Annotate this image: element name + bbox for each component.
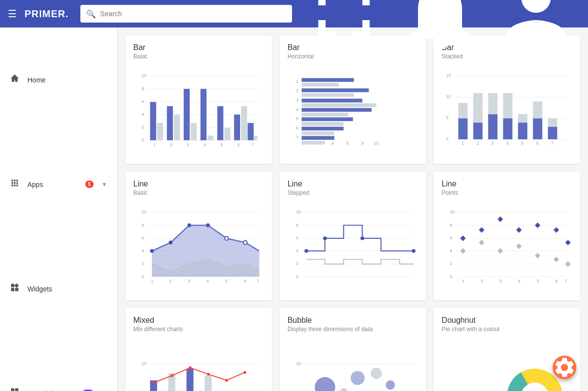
svg-text:2: 2 xyxy=(142,125,144,130)
svg-text:2: 2 xyxy=(477,141,479,146)
hamburger-icon[interactable]: ☰ xyxy=(8,8,17,20)
svg-text:1: 1 xyxy=(462,279,465,284)
chart-svg-bar-horizontal: 0 2 4 6 8 10 1 2 3 4 5 6 7 xyxy=(288,66,418,154)
svg-rect-17 xyxy=(191,123,196,140)
svg-rect-24 xyxy=(247,123,253,140)
chart-title-mixed: Mixed xyxy=(133,316,264,325)
svg-rect-20 xyxy=(217,106,223,140)
chart-title-line-basic: Line xyxy=(133,180,264,188)
chart-card-bubble: Bubble Display three dimensions of data … xyxy=(280,308,426,391)
svg-point-175 xyxy=(207,373,210,376)
svg-rect-80 xyxy=(548,127,557,139)
svg-rect-14 xyxy=(167,106,173,140)
chart-subtitle-line-basic: Basic xyxy=(133,189,264,196)
home-icon xyxy=(10,34,20,125)
widgets-icon xyxy=(10,243,20,334)
svg-marker-154 xyxy=(516,243,522,249)
apps-badge: 5 xyxy=(85,181,94,188)
svg-rect-56 xyxy=(301,127,343,130)
svg-rect-77 xyxy=(518,114,528,123)
sidebar-item-material[interactable]: Material 10 ▼ xyxy=(0,341,117,391)
sidebar-label-material: Material xyxy=(27,390,74,391)
svg-rect-70 xyxy=(473,123,483,139)
svg-rect-25 xyxy=(254,135,258,140)
svg-text:7: 7 xyxy=(296,135,298,140)
svg-text:6: 6 xyxy=(237,142,240,147)
svg-rect-71 xyxy=(473,93,483,123)
svg-rect-54 xyxy=(301,117,353,121)
svg-point-107 xyxy=(244,241,247,245)
svg-text:10: 10 xyxy=(450,209,455,214)
svg-text:4: 4 xyxy=(331,141,334,146)
svg-text:10: 10 xyxy=(142,361,147,366)
sidebar-label-apps: Apps xyxy=(27,181,77,188)
svg-rect-12 xyxy=(150,102,156,140)
chart-svg-mixed: 10 xyxy=(133,339,264,391)
svg-point-106 xyxy=(225,236,229,240)
user-button[interactable] xyxy=(492,0,580,59)
svg-point-102 xyxy=(150,249,154,253)
svg-text:10: 10 xyxy=(446,94,451,99)
svg-marker-147 xyxy=(516,227,522,233)
svg-rect-22 xyxy=(234,115,240,140)
chart-svg-bubble: 15 xyxy=(288,339,418,391)
svg-marker-148 xyxy=(535,222,540,228)
svg-rect-76 xyxy=(518,123,528,139)
svg-rect-55 xyxy=(301,122,343,126)
svg-rect-48 xyxy=(301,88,368,92)
svg-text:2: 2 xyxy=(296,88,298,93)
svg-rect-52 xyxy=(301,108,371,112)
search-input[interactable] xyxy=(100,10,286,18)
svg-rect-72 xyxy=(489,114,498,139)
svg-text:0: 0 xyxy=(446,136,449,141)
sidebar-item-home[interactable]: Home xyxy=(0,27,117,132)
svg-text:1: 1 xyxy=(462,141,464,146)
svg-text:3: 3 xyxy=(499,279,502,284)
svg-text:8: 8 xyxy=(361,141,364,146)
svg-text:2: 2 xyxy=(296,261,298,266)
sidebar-item-apps[interactable]: Apps 5 ▼ xyxy=(0,132,117,236)
chart-card-line-stepped: Line Stepped 10 8 6 4 2 0 xyxy=(280,172,426,300)
chart-card-line-basic: Line Basic 10 8 6 4 2 0 xyxy=(125,172,272,300)
svg-text:4: 4 xyxy=(518,279,521,284)
svg-rect-50 xyxy=(301,99,362,103)
chart-svg-line-stepped: 10 8 6 4 2 0 xyxy=(288,202,418,290)
svg-text:5: 5 xyxy=(220,142,223,147)
svg-text:0: 0 xyxy=(450,274,452,279)
header-actions: 5 xyxy=(300,0,580,59)
svg-text:6: 6 xyxy=(296,235,298,240)
svg-text:6: 6 xyxy=(346,141,349,146)
chart-subtitle-bar-basic: Basic xyxy=(133,53,264,60)
svg-marker-156 xyxy=(554,257,559,262)
svg-rect-78 xyxy=(533,118,542,139)
svg-text:7: 7 xyxy=(565,279,567,284)
svg-point-176 xyxy=(225,379,228,382)
svg-point-131 xyxy=(412,249,416,253)
svg-rect-23 xyxy=(241,106,247,140)
sidebar-item-widgets[interactable]: Widgets xyxy=(0,236,117,341)
chart-title-bar-basic: Bar xyxy=(133,43,264,52)
svg-rect-57 xyxy=(301,131,334,135)
svg-text:15: 15 xyxy=(446,73,451,78)
svg-text:2: 2 xyxy=(450,261,452,266)
svg-rect-51 xyxy=(301,104,376,107)
svg-text:4: 4 xyxy=(296,107,298,112)
svg-point-130 xyxy=(360,236,364,240)
search-icon: 🔍 xyxy=(86,9,96,19)
sidebar: Home Apps 5 ▼ Widgets Material 10 ▼ xyxy=(0,27,118,391)
svg-point-184 xyxy=(340,388,347,391)
svg-point-181 xyxy=(315,377,335,391)
logo: PRIMER. xyxy=(24,8,69,20)
svg-marker-151 xyxy=(460,248,466,254)
svg-text:3: 3 xyxy=(188,279,190,284)
svg-point-104 xyxy=(187,223,191,227)
svg-text:0: 0 xyxy=(142,138,144,143)
svg-point-172 xyxy=(152,381,155,384)
svg-text:3: 3 xyxy=(296,98,298,103)
chart-svg-bar-stacked: 15 10 5 0 xyxy=(441,66,572,154)
fullscreen-button[interactable] xyxy=(300,0,388,59)
notification-button[interactable]: 5 xyxy=(396,0,484,59)
apps-arrow: ▼ xyxy=(101,181,107,188)
svg-text:6: 6 xyxy=(142,99,144,104)
settings-fab[interactable] xyxy=(553,356,576,379)
